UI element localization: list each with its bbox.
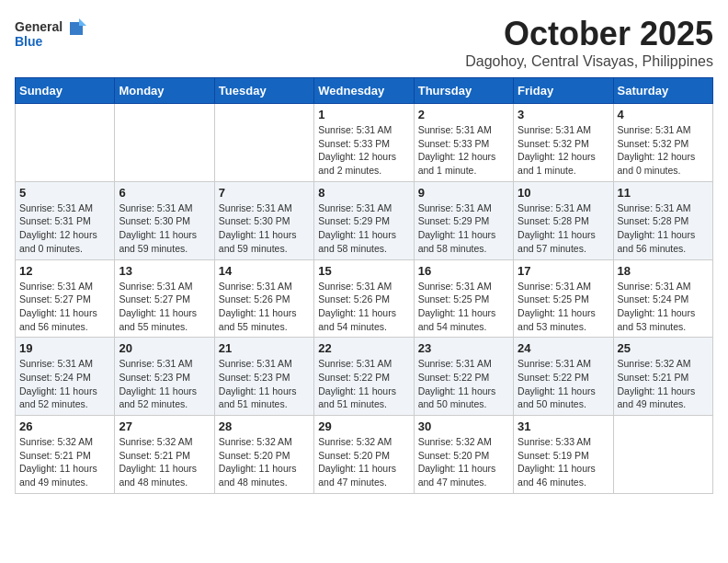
day-info: Sunrise: 5:31 AM Sunset: 5:27 PM Dayligh… <box>19 280 110 334</box>
calendar-cell: 9Sunrise: 5:31 AM Sunset: 5:29 PM Daylig… <box>414 181 513 259</box>
day-info: Sunrise: 5:31 AM Sunset: 5:24 PM Dayligh… <box>19 357 110 411</box>
calendar-cell: 31Sunrise: 5:33 AM Sunset: 5:19 PM Dayli… <box>514 416 613 494</box>
calendar-cell: 17Sunrise: 5:31 AM Sunset: 5:25 PM Dayli… <box>514 259 613 338</box>
calendar-cell: 20Sunrise: 5:31 AM Sunset: 5:23 PM Dayli… <box>115 338 214 416</box>
calendar-cell: 26Sunrise: 5:32 AM Sunset: 5:21 PM Dayli… <box>16 416 115 494</box>
calendar-cell: 30Sunrise: 5:32 AM Sunset: 5:20 PM Dayli… <box>414 416 513 494</box>
calendar-cell: 8Sunrise: 5:31 AM Sunset: 5:29 PM Daylig… <box>314 181 414 259</box>
day-info: Sunrise: 5:31 AM Sunset: 5:28 PM Dayligh… <box>518 201 609 256</box>
day-info: Sunrise: 5:31 AM Sunset: 5:26 PM Dayligh… <box>318 280 409 334</box>
day-info: Sunrise: 5:31 AM Sunset: 5:25 PM Dayligh… <box>518 280 609 334</box>
weekday-header-tuesday: Tuesday <box>214 78 313 104</box>
day-number: 18 <box>618 264 709 278</box>
calendar-cell: 14Sunrise: 5:31 AM Sunset: 5:26 PM Dayli… <box>214 259 313 338</box>
day-number: 19 <box>19 341 110 355</box>
day-number: 28 <box>219 419 310 433</box>
calendar-week-row: 5Sunrise: 5:31 AM Sunset: 5:31 PM Daylig… <box>16 181 713 259</box>
day-info: Sunrise: 5:33 AM Sunset: 5:19 PM Dayligh… <box>518 435 609 489</box>
day-number: 27 <box>119 419 210 433</box>
calendar-cell: 22Sunrise: 5:31 AM Sunset: 5:22 PM Dayli… <box>314 338 414 416</box>
calendar-week-row: 26Sunrise: 5:32 AM Sunset: 5:21 PM Dayli… <box>16 416 713 494</box>
day-info: Sunrise: 5:31 AM Sunset: 5:32 PM Dayligh… <box>518 123 609 178</box>
calendar-cell: 18Sunrise: 5:31 AM Sunset: 5:24 PM Dayli… <box>613 259 712 338</box>
calendar-cell: 21Sunrise: 5:31 AM Sunset: 5:23 PM Dayli… <box>214 338 313 416</box>
weekday-header-sunday: Sunday <box>16 78 115 104</box>
calendar-cell: 27Sunrise: 5:32 AM Sunset: 5:21 PM Dayli… <box>115 416 214 494</box>
calendar-cell <box>115 104 214 182</box>
day-number: 26 <box>19 419 110 433</box>
calendar-table: SundayMondayTuesdayWednesdayThursdayFrid… <box>15 77 713 494</box>
month-year: October 2025 <box>465 15 713 53</box>
day-number: 23 <box>418 341 509 355</box>
day-info: Sunrise: 5:31 AM Sunset: 5:24 PM Dayligh… <box>618 280 709 334</box>
calendar-cell: 1Sunrise: 5:31 AM Sunset: 5:33 PM Daylig… <box>314 104 414 182</box>
day-number: 25 <box>618 341 709 355</box>
day-number: 10 <box>518 186 609 200</box>
day-info: Sunrise: 5:31 AM Sunset: 5:23 PM Dayligh… <box>219 357 310 411</box>
calendar-cell: 29Sunrise: 5:32 AM Sunset: 5:20 PM Dayli… <box>314 416 414 494</box>
day-info: Sunrise: 5:31 AM Sunset: 5:26 PM Dayligh… <box>219 280 310 334</box>
day-number: 6 <box>119 186 210 200</box>
weekday-header-monday: Monday <box>115 78 214 104</box>
day-number: 2 <box>418 108 509 121</box>
day-number: 1 <box>318 108 409 121</box>
day-info: Sunrise: 5:32 AM Sunset: 5:21 PM Dayligh… <box>19 435 110 489</box>
calendar-cell: 10Sunrise: 5:31 AM Sunset: 5:28 PM Dayli… <box>514 181 613 259</box>
weekday-header-row: SundayMondayTuesdayWednesdayThursdayFrid… <box>16 78 713 104</box>
weekday-header-saturday: Saturday <box>613 78 712 104</box>
day-info: Sunrise: 5:31 AM Sunset: 5:32 PM Dayligh… <box>618 123 709 178</box>
day-number: 20 <box>119 341 210 355</box>
day-info: Sunrise: 5:31 AM Sunset: 5:31 PM Dayligh… <box>19 201 110 256</box>
calendar-cell: 12Sunrise: 5:31 AM Sunset: 5:27 PM Dayli… <box>16 259 115 338</box>
calendar-cell: 16Sunrise: 5:31 AM Sunset: 5:25 PM Dayli… <box>414 259 513 338</box>
day-number: 3 <box>518 108 609 121</box>
weekday-header-thursday: Thursday <box>414 78 513 104</box>
day-info: Sunrise: 5:32 AM Sunset: 5:21 PM Dayligh… <box>119 435 210 489</box>
calendar-week-row: 1Sunrise: 5:31 AM Sunset: 5:33 PM Daylig… <box>16 104 713 182</box>
day-number: 8 <box>318 186 409 200</box>
header: General Blue October 2025 Dagohoy, Centr… <box>15 15 713 70</box>
calendar-cell: 19Sunrise: 5:31 AM Sunset: 5:24 PM Dayli… <box>16 338 115 416</box>
day-info: Sunrise: 5:32 AM Sunset: 5:20 PM Dayligh… <box>318 435 409 489</box>
logo: General Blue <box>15 15 88 52</box>
day-info: Sunrise: 5:31 AM Sunset: 5:30 PM Dayligh… <box>219 201 310 256</box>
calendar-cell: 5Sunrise: 5:31 AM Sunset: 5:31 PM Daylig… <box>16 181 115 259</box>
svg-text:Blue: Blue <box>15 34 43 49</box>
day-info: Sunrise: 5:31 AM Sunset: 5:33 PM Dayligh… <box>318 123 409 178</box>
day-number: 17 <box>518 264 609 278</box>
day-number: 21 <box>219 341 310 355</box>
day-info: Sunrise: 5:31 AM Sunset: 5:33 PM Dayligh… <box>418 123 509 178</box>
day-number: 13 <box>119 264 210 278</box>
day-number: 24 <box>518 341 609 355</box>
day-number: 4 <box>618 108 709 121</box>
day-number: 5 <box>19 186 110 200</box>
weekday-header-friday: Friday <box>514 78 613 104</box>
svg-text:General: General <box>15 19 63 34</box>
calendar-cell: 23Sunrise: 5:31 AM Sunset: 5:22 PM Dayli… <box>414 338 513 416</box>
calendar-cell: 28Sunrise: 5:32 AM Sunset: 5:20 PM Dayli… <box>214 416 313 494</box>
calendar-week-row: 12Sunrise: 5:31 AM Sunset: 5:27 PM Dayli… <box>16 259 713 338</box>
day-number: 7 <box>219 186 310 200</box>
day-info: Sunrise: 5:31 AM Sunset: 5:28 PM Dayligh… <box>618 201 709 256</box>
day-info: Sunrise: 5:32 AM Sunset: 5:21 PM Dayligh… <box>618 357 709 411</box>
day-info: Sunrise: 5:32 AM Sunset: 5:20 PM Dayligh… <box>219 435 310 489</box>
day-info: Sunrise: 5:31 AM Sunset: 5:29 PM Dayligh… <box>318 201 409 256</box>
day-info: Sunrise: 5:31 AM Sunset: 5:25 PM Dayligh… <box>418 280 509 334</box>
day-number: 14 <box>219 264 310 278</box>
calendar-cell: 7Sunrise: 5:31 AM Sunset: 5:30 PM Daylig… <box>214 181 313 259</box>
day-info: Sunrise: 5:31 AM Sunset: 5:22 PM Dayligh… <box>518 357 609 411</box>
day-info: Sunrise: 5:32 AM Sunset: 5:20 PM Dayligh… <box>418 435 509 489</box>
day-info: Sunrise: 5:31 AM Sunset: 5:30 PM Dayligh… <box>119 201 210 256</box>
day-number: 31 <box>518 419 609 433</box>
day-info: Sunrise: 5:31 AM Sunset: 5:22 PM Dayligh… <box>318 357 409 411</box>
calendar-cell: 2Sunrise: 5:31 AM Sunset: 5:33 PM Daylig… <box>414 104 513 182</box>
calendar-cell <box>613 416 712 494</box>
day-number: 22 <box>318 341 409 355</box>
calendar-cell: 11Sunrise: 5:31 AM Sunset: 5:28 PM Dayli… <box>613 181 712 259</box>
day-number: 12 <box>19 264 110 278</box>
calendar-cell <box>214 104 313 182</box>
calendar-cell: 3Sunrise: 5:31 AM Sunset: 5:32 PM Daylig… <box>514 104 613 182</box>
calendar-cell: 13Sunrise: 5:31 AM Sunset: 5:27 PM Dayli… <box>115 259 214 338</box>
day-number: 11 <box>618 186 709 200</box>
day-number: 29 <box>318 419 409 433</box>
